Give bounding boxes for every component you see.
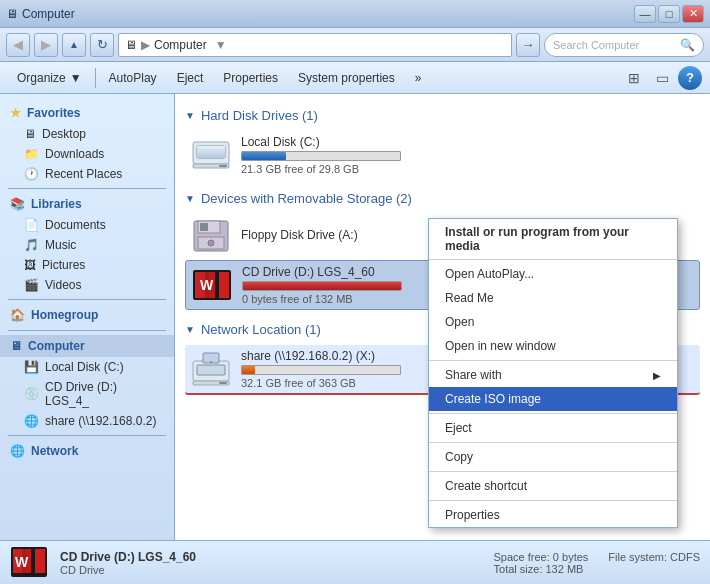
ctx-open-new-window[interactable]: Open in new window xyxy=(429,334,677,358)
search-box[interactable]: Search Computer 🔍 xyxy=(544,33,704,57)
sidebar-item-recent-places[interactable]: 🕐 Recent Places xyxy=(0,164,174,184)
search-placeholder: Search Computer xyxy=(553,39,639,51)
homegroup-header[interactable]: 🏠 Homegroup xyxy=(0,304,174,326)
refresh-button[interactable]: ↻ xyxy=(90,33,114,57)
libraries-section: 📚 Libraries 📄 Documents 🎵 Music 🖼 Pictur… xyxy=(0,193,174,295)
local-disk-icon: 💾 xyxy=(24,360,39,374)
pictures-icon: 🖼 xyxy=(24,258,36,272)
change-view-button[interactable]: ⊞ xyxy=(622,66,646,90)
status-space-free: Space free: 0 bytes Total size: 132 MB xyxy=(494,551,589,575)
back-button[interactable]: ◀ xyxy=(6,33,30,57)
sidebar-item-local-disk[interactable]: 💾 Local Disk (C:) xyxy=(0,357,174,377)
star-icon: ★ xyxy=(10,106,21,120)
network-drive-icon: 🌐 xyxy=(24,414,39,428)
address-path[interactable]: 🖥 ▶ Computer ▼ xyxy=(118,33,512,57)
properties-button[interactable]: Properties xyxy=(214,67,287,89)
svg-rect-19 xyxy=(197,365,225,375)
ctx-create-shortcut[interactable]: Create shortcut xyxy=(429,474,677,498)
ctx-read-me[interactable]: Read Me xyxy=(429,286,677,310)
forward-button[interactable]: ▶ xyxy=(34,33,58,57)
status-item-name: CD Drive (D:) LGS_4_60 xyxy=(60,550,482,564)
svg-rect-15 xyxy=(215,272,219,298)
toolbar: Organize ▼ AutoPlay Eject Properties Sys… xyxy=(0,62,710,94)
cd-drive-w-icon: W xyxy=(192,267,232,303)
drive-item-c[interactable]: Local Disk (C:) 21.3 GB free of 29.8 GB xyxy=(185,131,700,179)
sidebar-item-cd-drive[interactable]: 💿 CD Drive (D:) LGS_4_ xyxy=(0,377,174,411)
sidebar-item-share[interactable]: 🌐 share (\\192.168.0.2) xyxy=(0,411,174,431)
network-header[interactable]: 🌐 Network xyxy=(0,440,174,462)
help-button[interactable]: ? xyxy=(678,66,702,90)
ctx-open-autoplay[interactable]: Open AutoPlay... xyxy=(429,262,677,286)
maximize-button[interactable]: □ xyxy=(658,5,680,23)
share-drive-icon xyxy=(191,351,231,387)
drive-c-bar xyxy=(242,152,286,160)
sidebar-divider-4 xyxy=(8,435,166,436)
title-bar-title: 🖥 Computer xyxy=(6,7,75,21)
ctx-properties[interactable]: Properties xyxy=(429,503,677,527)
status-filesystem: File system: CDFS xyxy=(608,551,700,575)
close-button[interactable]: ✕ xyxy=(682,5,704,23)
preview-button[interactable]: ▭ xyxy=(650,66,674,90)
ctx-create-iso[interactable]: Create ISO image xyxy=(429,387,677,411)
path-dropdown: ▼ xyxy=(215,38,227,52)
cd-drive-icon: 💿 xyxy=(24,387,39,401)
ctx-copy[interactable]: Copy xyxy=(429,445,677,469)
go-button[interactable]: → xyxy=(516,33,540,57)
sidebar-item-videos[interactable]: 🎬 Videos xyxy=(0,275,174,295)
sidebar-item-downloads[interactable]: 📁 Downloads xyxy=(0,144,174,164)
more-button[interactable]: » xyxy=(406,67,431,89)
downloads-icon: 📁 xyxy=(24,147,39,161)
libraries-icon: 📚 xyxy=(10,197,25,211)
status-bar: W CD Drive (D:) LGS_4_60 CD Drive Space … xyxy=(0,540,710,584)
hdd-triangle: ▼ xyxy=(185,110,195,121)
drive-c-name: Local Disk (C:) xyxy=(241,135,694,149)
drive-c-size: 21.3 GB free of 29.8 GB xyxy=(241,163,694,175)
svg-rect-16 xyxy=(219,272,229,298)
sidebar-item-pictures[interactable]: 🖼 Pictures xyxy=(0,255,174,275)
submenu-arrow: ▶ xyxy=(653,370,661,381)
hard-disk-drive-list: Local Disk (C:) 21.3 GB free of 29.8 GB xyxy=(185,131,700,179)
window-controls: — □ ✕ xyxy=(634,5,704,23)
ctx-divider-2 xyxy=(429,413,677,414)
ctx-open[interactable]: Open xyxy=(429,310,677,334)
computer-icon: 🖥 xyxy=(10,339,22,353)
svg-rect-2 xyxy=(197,146,225,158)
system-properties-button[interactable]: System properties xyxy=(289,67,404,89)
network-triangle: ▼ xyxy=(185,324,195,335)
share-bar-container xyxy=(241,365,401,375)
computer-header[interactable]: 🖥 Computer xyxy=(0,335,174,357)
svg-rect-7 xyxy=(200,223,208,231)
sidebar-item-desktop[interactable]: 🖥 Desktop xyxy=(0,124,174,144)
favorites-header[interactable]: ★ Favorites xyxy=(0,102,174,124)
organize-button[interactable]: Organize ▼ xyxy=(8,67,91,89)
ctx-share-with[interactable]: Share with ▶ xyxy=(429,363,677,387)
status-info: CD Drive (D:) LGS_4_60 CD Drive xyxy=(60,550,482,576)
path-separator: ▶ xyxy=(141,38,150,52)
minimize-button[interactable]: — xyxy=(634,5,656,23)
homegroup-icon: 🏠 xyxy=(10,308,25,322)
svg-rect-4 xyxy=(219,165,227,167)
ctx-divider-5 xyxy=(429,500,677,501)
hard-disk-section-header: ▼ Hard Disk Drives (1) xyxy=(185,108,700,123)
ctx-eject[interactable]: Eject xyxy=(429,416,677,440)
eject-button[interactable]: Eject xyxy=(168,67,213,89)
sidebar-item-music[interactable]: 🎵 Music xyxy=(0,235,174,255)
network-icon: 🌐 xyxy=(10,444,25,458)
status-drive-icon: W xyxy=(10,544,48,582)
drive-c-icon xyxy=(191,137,231,173)
autoplay-button[interactable]: AutoPlay xyxy=(100,67,166,89)
drive-c-info: Local Disk (C:) 21.3 GB free of 29.8 GB xyxy=(241,135,694,175)
svg-rect-30 xyxy=(35,549,45,573)
status-details: Space free: 0 bytes Total size: 132 MB F… xyxy=(494,551,700,575)
ctx-install[interactable]: Install or run program from your media xyxy=(429,219,677,260)
libraries-header[interactable]: 📚 Libraries xyxy=(0,193,174,215)
search-icon: 🔍 xyxy=(680,38,695,52)
sidebar-item-documents[interactable]: 📄 Documents xyxy=(0,215,174,235)
up-button[interactable]: ▲ xyxy=(62,33,86,57)
share-bar xyxy=(242,366,255,374)
svg-point-9 xyxy=(208,240,214,246)
address-bar: ◀ ▶ ▲ ↻ 🖥 ▶ Computer ▼ → Search Computer… xyxy=(0,28,710,62)
svg-text:W: W xyxy=(15,554,29,570)
svg-rect-29 xyxy=(31,549,35,573)
recent-icon: 🕐 xyxy=(24,167,39,181)
